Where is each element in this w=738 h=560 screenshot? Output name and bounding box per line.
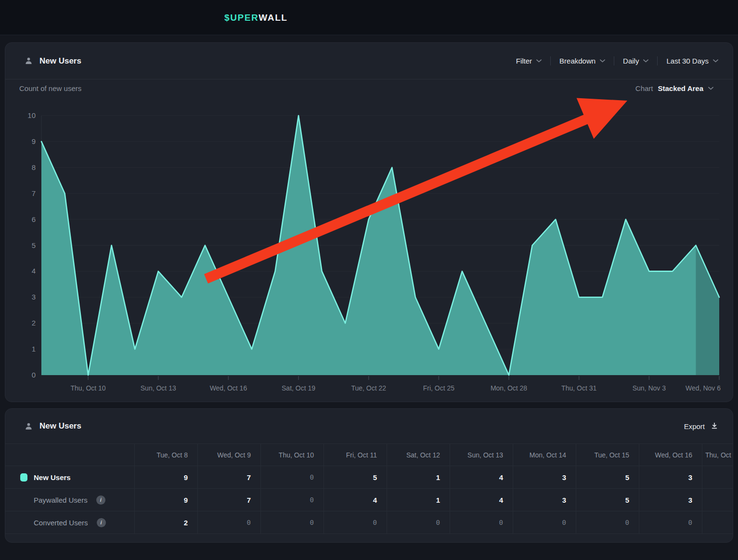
- cell-value: 0: [499, 519, 503, 526]
- cell-value: 5: [625, 473, 629, 482]
- value-cell: 5: [576, 466, 639, 489]
- table-corner-cell: [5, 444, 134, 466]
- stacked-area-chart: 012345678910Thu, Oct 10Sun, Oct 13Wed, O…: [5, 43, 733, 402]
- column-header: Fri, Oct 11: [324, 444, 387, 466]
- cell-value: 9: [184, 473, 188, 482]
- table-card-title: New Users: [39, 421, 81, 431]
- value-cell: 9: [134, 466, 197, 489]
- value-cell: 3: [513, 466, 576, 489]
- y-axis-label: 3: [32, 293, 36, 301]
- column-header: Sat, Oct 12: [387, 444, 450, 466]
- cell-value: 0: [436, 519, 440, 526]
- logo-text-white: WALL: [259, 13, 287, 23]
- cell-value: 1: [436, 496, 440, 504]
- cell-value: 0: [310, 519, 314, 526]
- cell-value: 2: [184, 519, 188, 527]
- y-axis-label: 7: [32, 189, 36, 197]
- value-cell: 4: [450, 489, 513, 511]
- value-cell: [702, 466, 733, 489]
- value-cell: 0: [639, 511, 702, 534]
- cell-value: 9: [184, 496, 188, 504]
- column-header: Mon, Oct 14: [513, 444, 576, 466]
- info-icon[interactable]: i: [96, 495, 105, 505]
- cell-value: 4: [499, 473, 503, 482]
- cell-value: 7: [247, 473, 251, 482]
- column-header: Tue, Oct 15: [576, 444, 639, 466]
- info-icon[interactable]: i: [97, 518, 106, 527]
- y-axis-label: 10: [27, 111, 36, 119]
- value-cell: 3: [513, 489, 576, 511]
- x-axis-label: Thu, Oct 10: [71, 384, 106, 392]
- x-axis-label: Fri, Oct 25: [423, 384, 455, 392]
- value-cell: 0: [576, 511, 639, 534]
- area-fill-current-period: [696, 246, 719, 376]
- value-cell: 0: [513, 511, 576, 534]
- download-icon: [711, 422, 718, 431]
- x-axis-label: Sun, Oct 13: [141, 384, 176, 392]
- row-label: Converted Users: [34, 519, 88, 527]
- row-label-cell: New Users: [5, 466, 134, 489]
- cell-value: 1: [436, 473, 440, 482]
- x-axis-label: Sat, Oct 19: [282, 384, 315, 392]
- value-cell: 7: [197, 489, 260, 511]
- new-users-table-card: New Users Export Tue, Oct 8Wed, Oct 9Thu…: [5, 408, 733, 543]
- cell-value: 0: [562, 519, 566, 526]
- cell-value: 0: [688, 519, 692, 526]
- new-users-data-table: Tue, Oct 8Wed, Oct 9Thu, Oct 10Fri, Oct …: [5, 443, 733, 534]
- column-header: Thu, Oct 17: [702, 444, 733, 466]
- cell-value: 5: [373, 473, 377, 482]
- row-label: Paywalled Users: [34, 496, 88, 504]
- row-label-cell: Paywalled Usersi: [5, 489, 134, 511]
- column-header: Wed, Oct 9: [197, 444, 260, 466]
- value-cell: 3: [639, 489, 702, 511]
- column-header: Tue, Oct 8: [134, 444, 197, 466]
- value-cell: 7: [197, 466, 260, 489]
- cell-value: 3: [562, 496, 566, 504]
- y-axis-label: 0: [32, 371, 36, 379]
- x-axis-label: Sun, Nov 3: [633, 384, 666, 392]
- cell-value: 3: [688, 496, 692, 504]
- y-axis-label: 2: [32, 319, 36, 327]
- cell-value: 4: [373, 496, 377, 504]
- cell-value: 0: [310, 496, 314, 504]
- logo-text-teal: $UPER: [224, 13, 259, 23]
- x-axis-label: Mon, Oct 28: [491, 384, 527, 392]
- value-cell: [702, 511, 733, 534]
- value-cell: 0: [260, 466, 324, 489]
- y-axis-label: 1: [32, 345, 36, 353]
- value-cell: 0: [260, 511, 324, 534]
- cell-value: 3: [688, 473, 692, 482]
- new-users-chart-card: New Users FilterBreakdownDailyLast 30 Da…: [5, 42, 733, 402]
- value-cell: 1: [387, 489, 450, 511]
- person-icon: [25, 422, 33, 430]
- cell-value: 0: [373, 519, 377, 526]
- value-cell: 5: [576, 489, 639, 511]
- value-cell: 2: [134, 511, 197, 534]
- value-cell: 0: [387, 511, 450, 534]
- export-button[interactable]: Export: [684, 422, 718, 431]
- value-cell: 1: [387, 466, 450, 489]
- column-header: Sun, Oct 13: [450, 444, 513, 466]
- top-nav-bar: $UPERWALL: [0, 0, 738, 35]
- superwall-logo: $UPERWALL: [224, 0, 288, 35]
- y-axis-label: 4: [32, 267, 36, 275]
- cell-value: 0: [310, 473, 314, 481]
- value-cell: [702, 489, 733, 511]
- column-header: Wed, Oct 16: [639, 444, 702, 466]
- value-cell: 0: [324, 511, 387, 534]
- table-card-header: New Users Export: [5, 409, 733, 443]
- value-cell: 3: [639, 466, 702, 489]
- x-axis-label: Wed, Nov 6: [686, 384, 721, 392]
- y-axis-label: 9: [32, 137, 36, 145]
- value-cell: 4: [324, 489, 387, 511]
- cell-value: 4: [499, 496, 503, 504]
- row-label: New Users: [34, 473, 71, 482]
- export-label: Export: [684, 422, 705, 430]
- value-cell: 4: [450, 466, 513, 489]
- y-axis-label: 8: [32, 163, 36, 171]
- cell-value: 0: [247, 519, 251, 526]
- x-axis-label: Thu, Oct 31: [561, 384, 596, 392]
- value-cell: 9: [134, 489, 197, 511]
- value-cell: 5: [324, 466, 387, 489]
- y-axis-label: 5: [32, 241, 36, 249]
